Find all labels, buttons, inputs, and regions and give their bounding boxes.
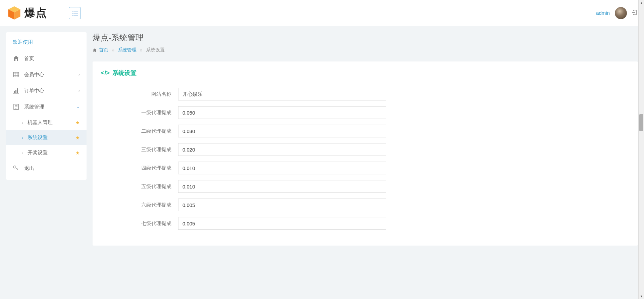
avatar[interactable] bbox=[615, 7, 627, 19]
sign-out-icon bbox=[632, 10, 637, 15]
sidebar-item-label: 退出 bbox=[24, 165, 80, 172]
scrollbar[interactable]: ▲ ▼ bbox=[638, 0, 644, 252]
star-icon: ★ bbox=[75, 120, 80, 125]
sidebar: 欢迎使用 首页 会员中心 › 订单中心 › 系统管理 bbox=[6, 32, 87, 180]
svg-rect-9 bbox=[73, 15, 78, 15]
form-label: 六级代理提成 bbox=[101, 202, 178, 208]
breadcrumb-home[interactable]: 首页 bbox=[93, 47, 108, 53]
agent-level-5-input[interactable] bbox=[178, 180, 386, 193]
svg-rect-10 bbox=[13, 72, 19, 77]
sidebar-item-system[interactable]: 系统管理 ⌄ bbox=[6, 99, 87, 115]
breadcrumb-home-label: 首页 bbox=[99, 47, 108, 53]
header: 爆点 admin bbox=[0, 0, 644, 26]
main-container: 欢迎使用 首页 会员中心 › 订单中心 › 系统管理 bbox=[0, 26, 644, 252]
chevron-right-icon: › bbox=[22, 136, 23, 140]
menu-toggle-button[interactable] bbox=[69, 7, 81, 19]
form-label: 三级代理提成 bbox=[101, 146, 178, 153]
form-area: 网站名称 一级代理提成 二级代理提成 三级代理提成 四级代理提成 bbox=[93, 84, 638, 246]
form-row: 网站名称 bbox=[101, 88, 630, 100]
sidebar-subitem-label: 机器人管理 bbox=[28, 119, 75, 126]
chevron-right-icon: › bbox=[78, 72, 80, 77]
sidebar-item-label: 订单中心 bbox=[24, 88, 78, 94]
svg-point-23 bbox=[14, 166, 16, 168]
document-icon bbox=[13, 103, 19, 110]
sidebar-subitem-settings[interactable]: › 系统设置 ★ bbox=[6, 130, 87, 145]
breadcrumb-separator: » bbox=[112, 47, 114, 53]
svg-rect-17 bbox=[17, 88, 18, 93]
svg-line-24 bbox=[16, 168, 18, 171]
form-label: 一级代理提成 bbox=[101, 110, 178, 116]
form-row: 四级代理提成 bbox=[101, 162, 630, 174]
sidebar-welcome: 欢迎使用 bbox=[6, 39, 87, 50]
chevron-right-icon: › bbox=[22, 151, 23, 155]
chevron-right-icon: › bbox=[22, 121, 23, 125]
breadcrumb-current: 系统设置 bbox=[146, 47, 165, 53]
agent-level-4-input[interactable] bbox=[178, 162, 386, 174]
form-row: 七级代理提成 bbox=[101, 217, 630, 230]
header-right: admin bbox=[596, 7, 637, 19]
sidebar-item-label: 首页 bbox=[24, 55, 80, 62]
sidebar-item-label: 系统管理 bbox=[24, 104, 76, 110]
form-label: 五级代理提成 bbox=[101, 183, 178, 190]
form-row: 二级代理提成 bbox=[101, 125, 630, 137]
svg-rect-6 bbox=[72, 13, 73, 13]
panel-title: 系统设置 bbox=[112, 69, 137, 77]
username-link[interactable]: admin bbox=[596, 10, 610, 16]
home-icon bbox=[13, 55, 19, 62]
key-icon bbox=[13, 165, 19, 172]
agent-level-6-input[interactable] bbox=[178, 199, 386, 211]
form-label: 七级代理提成 bbox=[101, 220, 178, 227]
form-row: 三级代理提成 bbox=[101, 143, 630, 156]
panel: </> 系统设置 网站名称 一级代理提成 二级代理提成 三级代理提成 bbox=[93, 61, 638, 246]
form-label: 四级代理提成 bbox=[101, 165, 178, 171]
page-title: 爆点-系统管理 bbox=[93, 32, 638, 43]
code-icon: </> bbox=[101, 70, 110, 77]
chevron-right-icon: › bbox=[78, 88, 80, 93]
sidebar-item-order[interactable]: 订单中心 › bbox=[6, 83, 87, 99]
sidebar-item-home[interactable]: 首页 bbox=[6, 50, 87, 67]
form-row: 六级代理提成 bbox=[101, 199, 630, 211]
list-icon bbox=[72, 11, 78, 15]
bar-chart-icon bbox=[13, 87, 19, 94]
panel-header: </> 系统设置 bbox=[93, 61, 638, 84]
svg-rect-7 bbox=[73, 13, 78, 13]
star-icon: ★ bbox=[75, 135, 80, 140]
svg-rect-8 bbox=[72, 15, 73, 15]
table-icon bbox=[13, 71, 19, 78]
svg-rect-5 bbox=[73, 11, 78, 11]
form-row: 五级代理提成 bbox=[101, 180, 630, 193]
breadcrumb-mid[interactable]: 系统管理 bbox=[118, 47, 137, 53]
logout-button[interactable] bbox=[632, 10, 637, 16]
svg-rect-15 bbox=[14, 91, 15, 93]
svg-rect-4 bbox=[72, 11, 73, 11]
form-label: 二级代理提成 bbox=[101, 128, 178, 134]
scroll-up-arrow[interactable]: ▲ bbox=[639, 0, 644, 6]
form-row: 一级代理提成 bbox=[101, 106, 630, 119]
agent-level-1-input[interactable] bbox=[178, 106, 386, 119]
logo-text: 爆点 bbox=[24, 6, 47, 20]
home-icon bbox=[93, 48, 97, 52]
form-label: 网站名称 bbox=[101, 91, 178, 97]
scroll-thumb[interactable] bbox=[639, 114, 643, 131]
logo-icon bbox=[7, 5, 22, 20]
agent-level-2-input[interactable] bbox=[178, 125, 386, 137]
sidebar-item-member[interactable]: 会员中心 › bbox=[6, 67, 87, 83]
agent-level-3-input[interactable] bbox=[178, 143, 386, 156]
content: 爆点-系统管理 首页 » 系统管理 » 系统设置 </> 系统设置 网站名称 bbox=[93, 32, 638, 246]
sidebar-subitem-label: 系统设置 bbox=[28, 134, 75, 141]
sidebar-subitem-robot[interactable]: › 机器人管理 ★ bbox=[6, 115, 87, 130]
breadcrumb: 首页 » 系统管理 » 系统设置 bbox=[93, 47, 638, 53]
star-icon: ★ bbox=[75, 150, 80, 156]
logo-area[interactable]: 爆点 bbox=[7, 5, 64, 20]
agent-level-7-input[interactable] bbox=[178, 217, 386, 230]
svg-line-25 bbox=[17, 169, 18, 169]
svg-rect-16 bbox=[15, 90, 16, 93]
sidebar-subitem-lottery[interactable]: › 开奖设置 ★ bbox=[6, 145, 87, 160]
site-name-input[interactable] bbox=[178, 88, 386, 100]
sidebar-item-label: 会员中心 bbox=[24, 72, 78, 78]
chevron-down-icon: ⌄ bbox=[76, 104, 80, 109]
sidebar-subitem-label: 开奖设置 bbox=[28, 150, 75, 156]
sidebar-item-logout[interactable]: 退出 bbox=[6, 160, 87, 176]
breadcrumb-separator: » bbox=[140, 47, 143, 53]
